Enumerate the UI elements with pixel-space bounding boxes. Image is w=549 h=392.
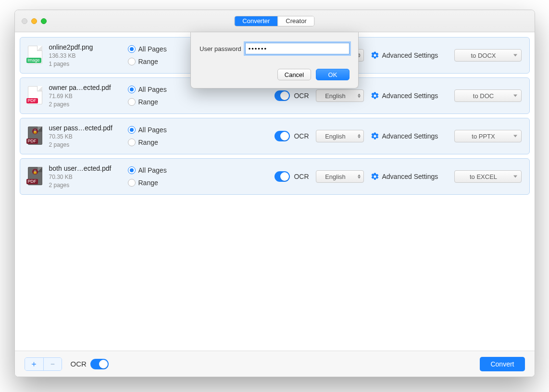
range-label: Range xyxy=(138,179,158,187)
advanced-settings-button[interactable]: Advanced Settings xyxy=(371,91,448,100)
global-ocr-label: OCR xyxy=(71,360,87,368)
file-row[interactable]: 🔒 PDF both user…ected.pdf 70.30 KB 2 pag… xyxy=(20,158,530,195)
tab-creator[interactable]: Creator xyxy=(277,16,314,26)
all-pages-radio[interactable]: All Pages xyxy=(128,166,176,174)
output-format-select[interactable]: to DOC xyxy=(454,89,522,102)
file-meta: both user…ected.pdf 70.30 KB 2 pages xyxy=(49,164,121,189)
advanced-settings-button[interactable]: Advanced Settings xyxy=(371,132,448,140)
all-pages-radio[interactable]: All Pages xyxy=(128,126,176,134)
range-radio[interactable]: Range xyxy=(128,98,176,106)
ocr-label: OCR xyxy=(294,173,309,180)
ocr-toggle[interactable] xyxy=(274,171,290,182)
add-remove-group: ＋ － xyxy=(25,357,62,371)
range-radio[interactable]: Range xyxy=(128,139,176,146)
page-range-group: All Pages Range xyxy=(128,126,176,146)
file-pages: 2 pages xyxy=(49,101,121,108)
range-radio[interactable]: Range xyxy=(128,179,176,187)
advanced-settings-button[interactable]: Advanced Settings xyxy=(371,172,448,181)
output-format-value: to EXCEL xyxy=(470,173,497,180)
gear-icon xyxy=(371,172,379,181)
advanced-settings-label: Advanced Settings xyxy=(382,51,438,59)
range-radio[interactable]: Range xyxy=(128,58,176,65)
page-range-group: All Pages Range xyxy=(128,166,176,187)
file-name: online2pdf.png xyxy=(49,43,121,51)
password-dialog: User password Cancel OK xyxy=(190,32,359,89)
range-label: Range xyxy=(138,98,158,106)
convert-button[interactable]: Convert xyxy=(480,357,524,371)
ocr-toggle-group: OCR xyxy=(274,171,309,182)
password-input[interactable] xyxy=(245,43,349,54)
ocr-toggle[interactable] xyxy=(274,131,290,141)
range-label: Range xyxy=(138,139,158,146)
ocr-toggle-group: OCR xyxy=(274,131,309,141)
file-badge: PDF xyxy=(26,98,38,103)
lock-icon: 🔒 xyxy=(32,169,38,175)
file-badge: Image xyxy=(26,58,41,63)
file-type-icon: 🔒 PDF xyxy=(28,167,42,186)
advanced-settings-button[interactable]: Advanced Settings xyxy=(371,51,448,60)
file-size: 71.69 KB xyxy=(49,93,121,100)
file-name: both user…ected.pdf xyxy=(49,164,121,172)
titlebar: Converter Creator xyxy=(15,10,535,32)
all-pages-label: All Pages xyxy=(138,166,167,174)
all-pages-label: All Pages xyxy=(138,126,167,134)
page-range-group: All Pages Range xyxy=(128,45,176,65)
file-pages: 2 pages xyxy=(49,141,121,148)
output-format-value: to PPTX xyxy=(472,133,495,140)
file-badge: PDF xyxy=(26,179,38,184)
file-type-icon: Image xyxy=(28,46,42,65)
ocr-language-value: English xyxy=(325,173,346,180)
file-size: 70.30 KB xyxy=(49,174,121,180)
window-minimize-button[interactable] xyxy=(31,18,37,24)
mode-segmented-control: Converter Creator xyxy=(234,16,314,26)
file-size: 70.35 KB xyxy=(49,133,121,140)
window-maximize-button[interactable] xyxy=(41,18,47,24)
file-row[interactable]: 🔒 PDF user pass…ected.pdf 70.35 KB 2 pag… xyxy=(20,118,530,154)
remove-file-button[interactable]: － xyxy=(43,358,62,370)
file-meta: user pass…ected.pdf 70.35 KB 2 pages xyxy=(49,124,121,148)
ocr-language-select[interactable]: English xyxy=(316,170,364,183)
file-type-icon: 🔒 PDF xyxy=(28,126,42,146)
cancel-button[interactable]: Cancel xyxy=(277,69,311,80)
ok-button[interactable]: OK xyxy=(316,69,349,80)
ocr-label: OCR xyxy=(294,92,309,100)
file-size: 136.33 KB xyxy=(49,52,121,59)
file-badge: PDF xyxy=(26,139,38,144)
output-format-select[interactable]: to DOCX xyxy=(454,49,522,62)
add-file-button[interactable]: ＋ xyxy=(25,358,43,370)
file-meta: online2pdf.png 136.33 KB 1 pages xyxy=(49,43,121,67)
advanced-settings-label: Advanced Settings xyxy=(382,92,438,100)
window-close-button[interactable] xyxy=(22,18,27,24)
all-pages-label: All Pages xyxy=(138,45,167,53)
gear-icon xyxy=(371,51,379,60)
output-format-value: to DOCX xyxy=(471,52,496,59)
window-controls xyxy=(22,18,47,24)
output-format-select[interactable]: to PPTX xyxy=(454,130,522,142)
ocr-toggle[interactable] xyxy=(274,90,290,101)
ocr-language-value: English xyxy=(325,133,346,140)
file-type-icon: PDF xyxy=(28,86,42,105)
file-name: owner pa…ected.pdf xyxy=(49,84,121,91)
all-pages-radio[interactable]: All Pages xyxy=(128,45,176,53)
gear-icon xyxy=(371,91,379,100)
page-range-group: All Pages Range xyxy=(128,86,176,106)
lock-icon: 🔒 xyxy=(32,128,38,134)
app-window: Converter Creator Image online2pdf.png 1… xyxy=(14,10,535,377)
all-pages-radio[interactable]: All Pages xyxy=(128,86,176,93)
advanced-settings-label: Advanced Settings xyxy=(382,173,438,180)
range-label: Range xyxy=(138,58,158,65)
ocr-toggle-group: OCR xyxy=(274,90,309,101)
output-format-select[interactable]: to EXCEL xyxy=(454,170,522,183)
tab-converter[interactable]: Converter xyxy=(235,16,277,26)
ocr-language-select[interactable]: English xyxy=(316,89,364,102)
global-ocr-toggle[interactable] xyxy=(90,359,109,369)
file-pages: 2 pages xyxy=(49,182,121,189)
all-pages-label: All Pages xyxy=(138,86,167,93)
file-pages: 1 pages xyxy=(49,61,121,67)
ocr-label: OCR xyxy=(294,132,309,140)
gear-icon xyxy=(371,132,379,140)
footer-bar: ＋ － OCR Convert xyxy=(15,351,535,377)
file-name: user pass…ected.pdf xyxy=(49,124,121,132)
advanced-settings-label: Advanced Settings xyxy=(382,132,438,140)
ocr-language-select[interactable]: English xyxy=(316,130,364,142)
